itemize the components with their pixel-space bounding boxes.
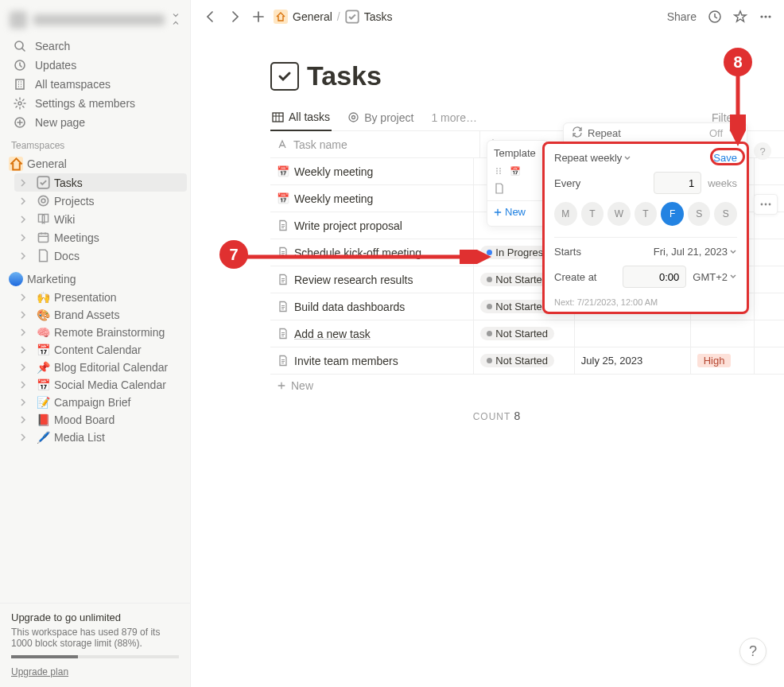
- favorite-icon[interactable]: [733, 10, 747, 24]
- createat-label: Create at: [554, 271, 596, 283]
- sidebar-teamspaces[interactable]: All teamspaces: [6, 75, 184, 94]
- sidebar-item-tasks[interactable]: Tasks: [14, 173, 187, 192]
- svg-point-12: [764, 15, 767, 17]
- sidebar-item-blog editorial calendar[interactable]: 📌 Blog Editorial Calendar: [14, 359, 187, 376]
- day-6[interactable]: S: [714, 202, 737, 226]
- sidebar-newpage[interactable]: New page: [6, 113, 184, 132]
- teamspaces-heading: Teamspaces: [0, 132, 190, 154]
- svg-point-18: [496, 170, 498, 172]
- sidebar-item-content calendar[interactable]: 📅 Content Calendar: [14, 341, 187, 359]
- sidebar-newpage-label: New page: [35, 116, 85, 129]
- svg-point-24: [765, 204, 767, 206]
- table-row[interactable]: Invite team members Not Started July 25,…: [270, 347, 784, 375]
- day-5[interactable]: S: [688, 202, 711, 226]
- task-name: Write project proposal: [294, 219, 402, 232]
- sidebar-item-label: Docs: [54, 250, 80, 262]
- status-cell[interactable]: Not Started: [474, 320, 575, 347]
- sidebar-updates[interactable]: Updates: [6, 56, 184, 75]
- day-2[interactable]: W: [607, 202, 631, 226]
- page-icon[interactable]: [270, 62, 299, 91]
- day-1[interactable]: T: [581, 202, 604, 226]
- page-title[interactable]: Tasks: [307, 60, 382, 91]
- day-picker: MTWTFSS: [554, 202, 737, 226]
- sidebar-item-label: Content Calendar: [54, 344, 142, 356]
- topbar: General / Tasks Share: [191, 0, 784, 33]
- nav-back[interactable]: [202, 8, 219, 25]
- chevron-right-icon: [19, 416, 32, 424]
- createat-input[interactable]: [623, 266, 686, 288]
- sidebar-item-media list[interactable]: 🖊️ Media List: [14, 429, 187, 446]
- day-4[interactable]: F: [661, 202, 684, 226]
- svg-rect-2: [16, 80, 24, 89]
- repeat-label: Repeat: [588, 127, 621, 139]
- date-cell[interactable]: [575, 320, 691, 347]
- teamspace-marketing[interactable]: Marketing: [3, 270, 187, 289]
- upgrade-link[interactable]: Upgrade plan: [11, 666, 68, 677]
- share-button[interactable]: Share: [667, 10, 697, 23]
- sidebar-item-brand assets[interactable]: 🎨 Brand Assets: [14, 306, 187, 324]
- sidebar-item-wiki[interactable]: Wiki: [14, 210, 187, 228]
- tab-all-tasks[interactable]: All tasks: [270, 106, 332, 131]
- row-more-button[interactable]: [754, 194, 778, 215]
- chevron-right-icon: [19, 293, 32, 301]
- templates-new[interactable]: New: [487, 200, 548, 223]
- sidebar-item-campaign brief[interactable]: 📝 Campaign Brief: [14, 394, 187, 411]
- sidebar-item-label: Media List: [54, 431, 105, 444]
- sidebar-item-label: Presentation: [54, 291, 117, 304]
- template-item-doc[interactable]: [487, 180, 548, 197]
- nav-forward[interactable]: [226, 8, 243, 25]
- more-icon[interactable]: [759, 10, 773, 24]
- sidebar-item-social media calendar[interactable]: 📅 Social Media Calendar: [14, 376, 187, 394]
- sidebar-item-mood board[interactable]: 📕 Mood Board: [14, 411, 187, 429]
- sidebar-item-label: Blog Editorial Calendar: [54, 361, 168, 374]
- sidebar-item-projects[interactable]: Projects: [14, 192, 187, 210]
- sidebar-settings[interactable]: Settings & members: [6, 94, 184, 113]
- priority-cell[interactable]: High: [691, 347, 755, 374]
- priority-cell[interactable]: [691, 320, 755, 347]
- chevron-right-icon: [19, 311, 32, 319]
- timezone-dropdown[interactable]: GMT+2: [693, 271, 737, 283]
- sidebar-item-remote brainstorming[interactable]: 🧠 Remote Brainstorming: [14, 324, 187, 341]
- breadcrumb-sub[interactable]: Tasks: [364, 10, 393, 23]
- save-button[interactable]: Save: [713, 152, 737, 164]
- date-cell[interactable]: July 25, 2023: [575, 347, 691, 374]
- repeat-mode-dropdown[interactable]: Repeat weekly: [554, 152, 631, 164]
- day-3[interactable]: T: [635, 202, 658, 226]
- sidebar-item-presentation[interactable]: 🙌 Presentation: [14, 289, 187, 306]
- teamspace-general[interactable]: General: [3, 154, 187, 173]
- history-icon[interactable]: [708, 10, 722, 24]
- callout-7: 7: [219, 240, 248, 269]
- help-button[interactable]: ?: [739, 638, 767, 665]
- repeat-header[interactable]: Repeat Off: [563, 122, 747, 143]
- every-input[interactable]: [654, 172, 701, 194]
- starts-picker[interactable]: Fri, Jul 21, 2023: [654, 246, 737, 258]
- svg-point-13: [768, 15, 770, 17]
- task-icon: 📅: [277, 192, 289, 204]
- popover-help-icon[interactable]: ?: [754, 142, 771, 160]
- chevron-right-icon: [19, 252, 32, 260]
- repeat-value: Off: [709, 127, 723, 139]
- sidebar-search[interactable]: Search: [6, 37, 184, 56]
- status-cell[interactable]: Not Started: [474, 347, 575, 374]
- chevron-right-icon: [19, 328, 32, 336]
- task-name: Weekly meeting: [294, 165, 373, 178]
- page-icon: [35, 212, 51, 226]
- chevron-right-icon: [19, 433, 32, 441]
- breadcrumb-top[interactable]: General: [293, 10, 332, 23]
- svg-point-16: [352, 116, 355, 119]
- workspace-switcher[interactable]: [0, 0, 190, 37]
- sidebar-item-meetings[interactable]: Meetings: [14, 228, 187, 246]
- page-emoji: 📅: [35, 344, 51, 356]
- col-task-name[interactable]: Task name: [270, 131, 480, 157]
- table-row[interactable]: Add a new task Not Started: [270, 320, 784, 347]
- tab-more[interactable]: 1 more…: [429, 107, 479, 130]
- svg-point-15: [349, 113, 358, 122]
- template-item-handle[interactable]: 📅: [487, 162, 548, 180]
- day-0[interactable]: M: [554, 202, 577, 226]
- sidebar-item-docs[interactable]: Docs: [14, 246, 187, 265]
- new-row[interactable]: New: [270, 375, 784, 397]
- sidebar-item-label: Projects: [54, 195, 95, 208]
- tab-by-project[interactable]: By project: [346, 107, 415, 130]
- new-tab[interactable]: [250, 8, 267, 25]
- page-emoji: 📝: [35, 396, 51, 409]
